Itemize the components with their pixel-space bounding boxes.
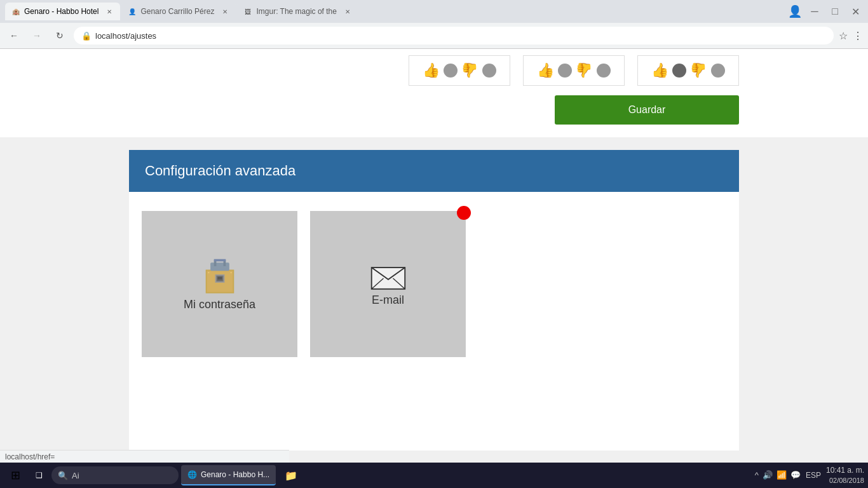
svg-rect-10: [208, 272, 209, 273]
bookmark-icon[interactable]: ☆: [839, 30, 848, 42]
rating-section: 👍 👎 👍 👎 👍 👎: [0, 49, 868, 95]
language-indicator: ESP: [806, 471, 821, 480]
rating-circle-1b: [482, 64, 496, 78]
svg-rect-9: [217, 279, 222, 280]
tab-label-habbo: Genaro - Habbo Hotel: [24, 7, 98, 16]
rating-circle-3a: [672, 64, 686, 78]
action-center-icon[interactable]: 💬: [790, 470, 801, 480]
minimize-button[interactable]: ─: [807, 4, 822, 19]
extensions-icon[interactable]: ⋮: [853, 30, 863, 42]
rating-circle-2a: [558, 64, 572, 78]
password-icon: [201, 257, 239, 298]
content-box: Configuración avanzada: [129, 150, 739, 451]
lock-icon: 🔒: [81, 31, 92, 41]
rating-group-2: 👍 👎: [523, 55, 625, 86]
forward-button[interactable]: →: [28, 27, 46, 44]
address-text: localhost/ajustes: [95, 31, 156, 41]
tab-favicon-genaro: 👤: [128, 7, 137, 16]
taskbar-habbo-label: Genaro - Habbo H...: [201, 470, 269, 479]
config-title: Configuración avanzada: [145, 163, 723, 179]
rating-circle-2b: [597, 64, 611, 78]
rating-circle-3b: [711, 64, 725, 78]
search-bar[interactable]: 🔍 Ai: [51, 466, 179, 484]
thumb-up-2[interactable]: 👍: [537, 62, 554, 79]
tab-favicon-habbo: 🏨: [11, 7, 20, 16]
address-bar[interactable]: 🔒 localhost/ajustes: [74, 27, 834, 44]
password-label: Mi contraseña: [184, 298, 255, 311]
email-card[interactable]: E-mail: [310, 211, 466, 357]
start-icon: ⊞: [11, 468, 20, 482]
tab-habbo[interactable]: 🏨 Genaro - Habbo Hotel ✕: [5, 3, 120, 20]
refresh-button[interactable]: ↻: [51, 27, 69, 44]
save-button-row: Guardar: [0, 95, 868, 137]
network-icon[interactable]: 📶: [776, 470, 787, 480]
thumb-down-3[interactable]: 👎: [690, 62, 707, 79]
maximize-button[interactable]: □: [827, 4, 843, 19]
tab-bar: 🏨 Genaro - Habbo Hotel ✕ 👤 Genaro Carril…: [0, 0, 868, 23]
task-view-icon: ❑: [36, 471, 43, 480]
notification-dot: [457, 206, 471, 220]
email-label: E-mail: [372, 294, 404, 307]
rating-group-3: 👍 👎: [637, 55, 739, 86]
page-content: 👍 👎 👍 👎 👍 👎 Guardar: [0, 49, 868, 463]
taskbar-clock[interactable]: 10:41 a. m. 02/08/2018: [826, 466, 864, 485]
taskbar-habbo[interactable]: 🌐 Genaro - Habbo H...: [181, 465, 276, 485]
thumb-down-2[interactable]: 👎: [576, 62, 593, 79]
svg-rect-11: [230, 272, 231, 273]
svg-rect-17: [371, 287, 372, 288]
options-row: Mi contraseña: [129, 205, 739, 363]
thumb-up-1[interactable]: 👍: [423, 62, 440, 79]
tab-imgur[interactable]: 🖼 Imgur: The magic of the ✕: [237, 3, 358, 20]
tab-label-genaro: Genaro Carrillo Pérez: [140, 7, 214, 16]
rating-circle-1a: [444, 64, 458, 78]
guardar-button[interactable]: Guardar: [555, 95, 739, 125]
clock-time: 10:41 a. m.: [826, 466, 864, 476]
email-icon: [369, 262, 407, 294]
clock-date: 02/08/2018: [826, 476, 864, 485]
status-url: localhost/href=: [5, 452, 55, 461]
start-button[interactable]: ⊞: [4, 465, 27, 485]
tab-close-genaro[interactable]: ✕: [220, 7, 229, 16]
taskbar: ⊞ ❑ 🔍 Ai 🌐 Genaro - Habbo H... 📁 ^ 🔊 📶 💬…: [0, 463, 868, 488]
svg-rect-16: [403, 268, 405, 269]
svg-rect-8: [214, 259, 226, 262]
back-button[interactable]: ←: [5, 27, 23, 44]
status-bar: localhost/href=: [0, 450, 289, 463]
close-button[interactable]: ✕: [848, 4, 863, 19]
tab-genaro[interactable]: 👤 Genaro Carrillo Pérez ✕: [121, 3, 236, 20]
thumb-up-3[interactable]: 👍: [651, 62, 668, 79]
svg-rect-15: [371, 268, 372, 269]
config-header: Configuración avanzada: [129, 150, 739, 192]
tab-close-habbo[interactable]: ✕: [105, 7, 114, 16]
tab-close-imgur[interactable]: ✕: [343, 7, 352, 16]
task-view-button[interactable]: ❑: [29, 465, 49, 485]
profile-icon[interactable]: 👤: [788, 4, 802, 18]
password-card[interactable]: Mi contraseña: [142, 211, 297, 357]
system-tray: ^ 🔊 📶 💬: [755, 470, 801, 480]
taskbar-explorer[interactable]: 📁: [278, 465, 304, 485]
svg-rect-18: [403, 287, 405, 288]
taskbar-explorer-icon: 📁: [285, 470, 297, 482]
ai-label: Ai: [72, 471, 79, 480]
search-icon: 🔍: [58, 471, 68, 480]
speaker-icon[interactable]: 🔊: [763, 470, 773, 480]
thumb-down-1[interactable]: 👎: [461, 62, 478, 79]
tab-favicon-imgur: 🖼: [243, 7, 252, 16]
address-bar-row: ← → ↻ 🔒 localhost/ajustes ☆ ⋮: [0, 23, 868, 48]
browser-chrome: 🏨 Genaro - Habbo Hotel ✕ 👤 Genaro Carril…: [0, 0, 868, 49]
caret-icon[interactable]: ^: [755, 470, 759, 480]
tab-label-imgur: Imgur: The magic of the: [256, 7, 337, 16]
main-container: Configuración avanzada: [0, 137, 868, 463]
rating-group-1: 👍 👎: [409, 55, 510, 86]
svg-rect-2: [210, 262, 229, 271]
taskbar-habbo-icon: 🌐: [187, 470, 197, 479]
